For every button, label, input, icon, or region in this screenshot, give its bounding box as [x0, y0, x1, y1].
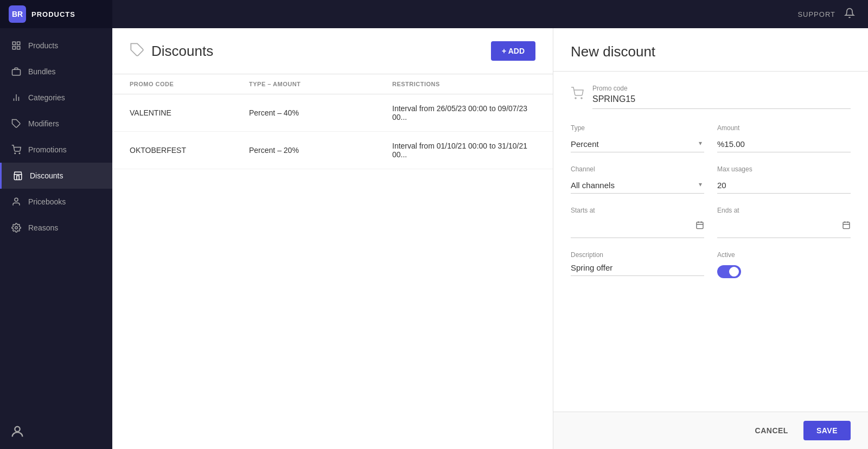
promo-code-label: Promo code [592, 85, 851, 92]
discounts-header: Discounts + ADD [112, 28, 553, 74]
cell-promo-code-1: VALENTINE [130, 104, 249, 121]
cart-icon [11, 144, 22, 155]
sidebar-footer [0, 414, 112, 449]
sidebar-item-categories[interactable]: Categories [0, 85, 112, 111]
table-row[interactable]: VALENTINE Percent – 40% Interval from 26… [112, 94, 553, 132]
sidebar-item-promotions[interactable]: Promotions [0, 137, 112, 163]
discounts-title-area: Discounts [130, 42, 213, 60]
svg-rect-1 [17, 42, 20, 44]
new-discount-footer: CANCEL SAVE [553, 412, 868, 449]
sidebar-item-reasons[interactable]: Reasons [0, 215, 112, 241]
sidebar-item-label-modifiers: Modifiers [28, 119, 59, 128]
type-select[interactable]: Percent Fixed [571, 136, 704, 152]
svg-point-13 [15, 427, 20, 432]
cell-promo-code-2: OKTOBERFEST [130, 142, 249, 159]
promo-code-content: Promo code SPRING15 [592, 85, 851, 109]
svg-point-16 [581, 98, 582, 99]
col-header-restrictions: RESTRICTIONS [392, 81, 535, 87]
channel-field: Channel All channels Web Mobile [571, 165, 704, 194]
shopping-cart-icon [571, 87, 584, 102]
description-label: Description [571, 251, 704, 259]
sidebar-item-label-promotions: Promotions [28, 145, 67, 154]
table-header: PROMO CODE TYPE – AMOUNT RESTRICTIONS [112, 74, 553, 94]
discounts-title: Discounts [151, 43, 213, 60]
svg-point-10 [19, 153, 20, 154]
svg-rect-21 [843, 222, 850, 229]
grid-icon [11, 40, 22, 51]
starts-at-label: Starts at [571, 207, 704, 214]
promo-code-section: Promo code SPRING15 [571, 85, 851, 109]
starts-at-field: Starts at [571, 207, 704, 238]
sidebar-item-label-discounts: Discounts [30, 171, 63, 180]
channel-select-wrapper: All channels Web Mobile [571, 177, 704, 194]
sidebar-item-label-bundles: Bundles [28, 67, 56, 76]
sidebar: BR PRODUCTS Products Bundles Categories [0, 0, 112, 449]
add-discount-button[interactable]: + ADD [491, 41, 535, 61]
app-logo: BR [9, 5, 26, 23]
starts-ends-row: Starts at Ends at [571, 207, 851, 238]
ends-at-field: Ends at [717, 207, 851, 238]
promo-code-value[interactable]: SPRING15 [592, 94, 851, 109]
cell-type-amount-1: Percent – 40% [249, 104, 392, 121]
amount-label: Amount [717, 124, 851, 132]
max-usages-input[interactable] [717, 177, 851, 194]
tag-icon [11, 118, 22, 129]
svg-rect-0 [12, 42, 15, 44]
channel-label: Channel [571, 165, 704, 173]
svg-point-12 [15, 227, 18, 229]
discount-tag-icon [130, 42, 145, 60]
new-discount-body: Promo code SPRING15 Type Percent Fixed [553, 72, 868, 412]
app-title: PRODUCTS [31, 10, 75, 18]
svg-rect-17 [697, 222, 703, 229]
svg-point-11 [15, 198, 18, 201]
sidebar-header: BR PRODUCTS [0, 0, 112, 28]
sidebar-item-pricebooks[interactable]: Pricebooks [0, 189, 112, 215]
gear-icon [11, 222, 22, 233]
desc-active-row: Description Spring offer Active [571, 251, 851, 285]
active-toggle[interactable] [717, 265, 741, 278]
ends-at-calendar-icon[interactable] [842, 221, 851, 232]
amount-input[interactable] [717, 136, 851, 152]
new-discount-title: New discount [571, 43, 851, 60]
cell-restrictions-2: Interval from 01/10/21 00:00 to 31/10/21… [392, 142, 535, 159]
store-icon [12, 170, 23, 181]
save-button[interactable]: SAVE [803, 421, 851, 440]
sidebar-item-discounts[interactable]: Discounts [0, 163, 112, 189]
cancel-button[interactable]: CANCEL [746, 421, 797, 440]
cell-type-amount-2: Percent – 20% [249, 142, 392, 159]
sidebar-item-modifiers[interactable]: Modifiers [0, 111, 112, 137]
svg-point-15 [575, 98, 576, 99]
svg-rect-3 [17, 47, 20, 49]
channel-select[interactable]: All channels Web Mobile [571, 177, 704, 194]
discounts-table: PROMO CODE TYPE – AMOUNT RESTRICTIONS VA… [112, 74, 553, 169]
toggle-slider [717, 265, 741, 278]
sidebar-item-products[interactable]: Products [0, 33, 112, 59]
type-field: Type Percent Fixed [571, 124, 704, 152]
chart-icon [11, 92, 22, 103]
table-row[interactable]: OKTOBERFEST Percent – 20% Interval from … [112, 132, 553, 169]
starts-at-input[interactable] [571, 219, 691, 234]
col-header-type-amount: TYPE – AMOUNT [249, 81, 392, 87]
starts-at-calendar-icon[interactable] [695, 221, 704, 232]
active-label: Active [717, 251, 851, 259]
user-avatar-icon[interactable] [9, 423, 26, 440]
svg-rect-4 [12, 69, 21, 75]
type-label: Type [571, 124, 704, 132]
sidebar-item-bundles[interactable]: Bundles [0, 59, 112, 85]
ends-at-input-wrapper [717, 219, 851, 238]
max-usages-label: Max usages [717, 165, 851, 173]
max-usages-field: Max usages [717, 165, 851, 194]
description-value[interactable]: Spring offer [571, 263, 704, 276]
description-field: Description Spring offer [571, 251, 704, 285]
ends-at-input[interactable] [717, 219, 838, 234]
support-label: SUPPORT [797, 10, 835, 18]
ends-at-label: Ends at [717, 207, 851, 214]
type-select-wrapper: Percent Fixed [571, 136, 704, 152]
channel-maxusages-row: Channel All channels Web Mobile Max usag… [571, 165, 851, 194]
col-header-promo-code: PROMO CODE [130, 81, 249, 87]
sidebar-item-label-reasons: Reasons [28, 223, 58, 232]
svg-point-9 [15, 153, 16, 154]
starts-at-input-wrapper [571, 219, 704, 238]
notifications-icon[interactable] [844, 8, 855, 21]
topbar: SUPPORT [112, 0, 868, 28]
